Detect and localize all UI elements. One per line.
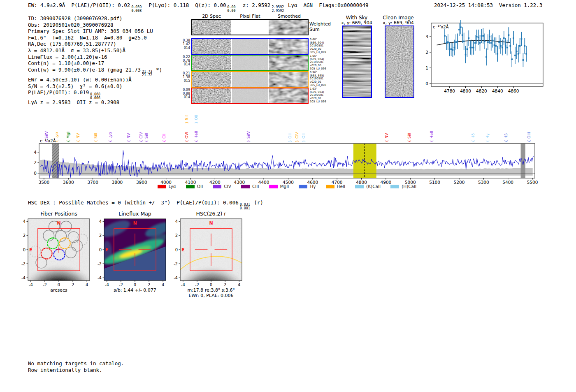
legend-label: OII: [197, 184, 203, 189]
fiber-positions-title: Fiber Positions: [24, 211, 94, 217]
svg-text:0: 0: [58, 283, 60, 287]
fiber-positions-svg: NE-4-4-2-2002244arcsecs: [16, 217, 95, 297]
header-timestamp: 2024-12-25 14:08:53 Version 1.22.3: [434, 2, 542, 8]
line-label-nv: { NV: [126, 133, 131, 142]
lineflux-map-panel: NE-4-4-2-2002244s/b: 1.44 +/- 0.077: [93, 217, 171, 299]
svg-text:4: 4: [99, 219, 102, 224]
legend-item-heii: HeII: [326, 184, 346, 189]
line-label-lyα: { Lyα: [108, 132, 112, 142]
no-match-line: No matching targets in catalog.: [28, 360, 124, 367]
legend-swatch: [186, 185, 195, 188]
legend-label: MgII: [280, 184, 289, 189]
svg-text:0: 0: [99, 248, 102, 252]
line-label-hδ: { Hδ: [471, 133, 475, 142]
svg-text:0: 0: [425, 81, 428, 86]
svg-text:2: 2: [224, 283, 226, 287]
full-spectrum-svg: 3500360037003800390040004100420043004400…: [29, 115, 541, 188]
compass-north: N: [57, 220, 60, 226]
cutout-xlabel: arcsecs: [50, 288, 67, 293]
noise-image: [232, 39, 268, 54]
svg-text:3: 3: [425, 34, 428, 39]
svg-text:-2: -2: [195, 283, 199, 287]
line-type-label: Lyα: [288, 2, 297, 8]
line-label-heii: { HeII: [194, 131, 198, 142]
svg-text:4840: 4840: [492, 88, 503, 93]
legend-item-lyα: Lyα: [158, 184, 176, 189]
legend-label: CIV: [224, 184, 231, 189]
lineflux-map-title: Lineflux Map: [100, 211, 170, 217]
full-spectrum-plot: 3500360037003800390040004100420043004400…: [29, 115, 541, 190]
p-lya-value: P(Lyα): 0.118: [149, 2, 189, 8]
legend-item-civ: CIV: [213, 184, 231, 189]
line-fit-zoom-svg: 012347804800482048404860e⁻¹⁷x2Å: [423, 20, 548, 100]
info-line-plae: P(LAE)/P(OII): 0.0190.0680.006: [28, 90, 162, 100]
ew-value: EW: 4.9±2.9Å: [28, 2, 65, 8]
line-label-siiv: } SiIV: [184, 115, 189, 124]
legend-swatch: [213, 185, 221, 188]
noise-image: [269, 56, 308, 70]
svg-text:4: 4: [86, 283, 88, 287]
line-label-civ: { CIV: [139, 132, 143, 142]
svg-text:2: 2: [175, 233, 178, 238]
spec2d-fiber-row: [191, 55, 309, 71]
cutout-xlabel2: EWr: 0, PLAE: 0.006: [188, 293, 233, 297]
noise-image: [232, 72, 268, 87]
legend-swatch: [390, 185, 399, 188]
z-value: z: 2.9592: [243, 2, 271, 8]
svg-text:4: 4: [162, 283, 164, 287]
plae-poii-range: 0.0590.008: [131, 5, 142, 12]
fiber-positions-panel: NE-4-4-2-2002244arcsecs: [16, 217, 95, 299]
datetime-value: 2024-12-25 14:08:53: [434, 2, 493, 8]
info-line-redshifts: LyA z = 2.9583 OII z = 0.2908: [28, 100, 162, 106]
spec2d-fiber-row: [191, 71, 309, 88]
svg-text:-2: -2: [43, 283, 47, 287]
legend-item-mgii: MgII: [269, 184, 289, 189]
info-line-ewr: EWr = 4.50(±3.10) (w: 0.00(±nan))Å: [28, 77, 162, 84]
info-line-cont-n: Cont(n) = 1.10(±0.00)e-17: [28, 60, 162, 67]
line-label-siiv: } SiIV: [246, 131, 251, 142]
legend-label: CIII: [252, 184, 259, 189]
hsc-plae-range: 0.0310.001: [240, 203, 250, 210]
legend-item-oii: OII: [186, 184, 203, 189]
lineflux-map-svg: NE-4-4-2-2002244s/b: 1.44 +/- 0.077: [93, 217, 171, 297]
info-line-radec: RA,Dec (175.087769,51.287777): [28, 41, 162, 48]
legend-label: HeII: [337, 184, 346, 189]
plae-range: 0.0680.006: [90, 93, 100, 100]
hsc-dex-summary: HSC-DEX : Possible Matches = 0 (within +…: [28, 199, 263, 210]
noise-image: [192, 20, 231, 35]
legend-swatch: [241, 185, 250, 188]
line-label-siiv: { SiIV: [44, 131, 49, 142]
legend-label: (H)CaII: [402, 184, 416, 189]
svg-text:0: 0: [23, 248, 26, 252]
hsc-cutout-svg: NE-4-4-2-2002244m:17.8 re:3.8" s:3.6"EWr…: [169, 217, 247, 297]
legend-label: Hγ: [310, 184, 316, 189]
info-line-lineflux: LineFlux = 2.00(±1.20)e-16: [28, 54, 162, 61]
spec2d-weighted-row: [191, 19, 309, 35]
fiber-weights-label: 0.090.88014: [180, 88, 190, 99]
clean-image-coords: x, y: 669, 904: [365, 20, 431, 26]
compass-north: N: [209, 220, 213, 226]
fiber-id-label: 1.63"(669, 904)20190501v020_01305_LU_099: [310, 88, 326, 104]
svg-text:-4: -4: [21, 276, 26, 280]
withsky-image: [342, 26, 372, 98]
svg-text:4780: 4780: [444, 88, 455, 93]
noise-image: [269, 20, 308, 35]
svg-text:0: 0: [134, 283, 136, 287]
spec2d-header-smoothed: Smoothed: [278, 14, 301, 19]
noise-image: [232, 56, 268, 70]
legend-label: Lyα: [169, 184, 176, 189]
info-line-id: ID: 3090076928 (3090076928.pdf): [28, 16, 162, 22]
svg-text:4860: 4860: [508, 88, 519, 93]
spec2d-fiber-row: [191, 88, 309, 104]
flags-value: Flags:0x00000049: [319, 2, 368, 8]
svg-text:0: 0: [210, 283, 212, 287]
header-summary: EW: 4.9±2.9Å P(LAE)/P(OII): 0.020.0590.0…: [28, 2, 369, 12]
svg-text:0: 0: [34, 171, 37, 176]
noise-image: [192, 88, 231, 103]
line-label-siii: { SiII: [407, 133, 411, 142]
line-label-nv: { NV: [76, 133, 80, 142]
fiber-weights-label: 0.211.38015: [180, 72, 190, 83]
info-line-wavelength: λ = 4812.01Å σ = 33.85(±15.50)Å: [28, 48, 162, 54]
legend-swatch: [326, 185, 334, 188]
qz-value: Q(z): 0.00: [195, 2, 226, 8]
